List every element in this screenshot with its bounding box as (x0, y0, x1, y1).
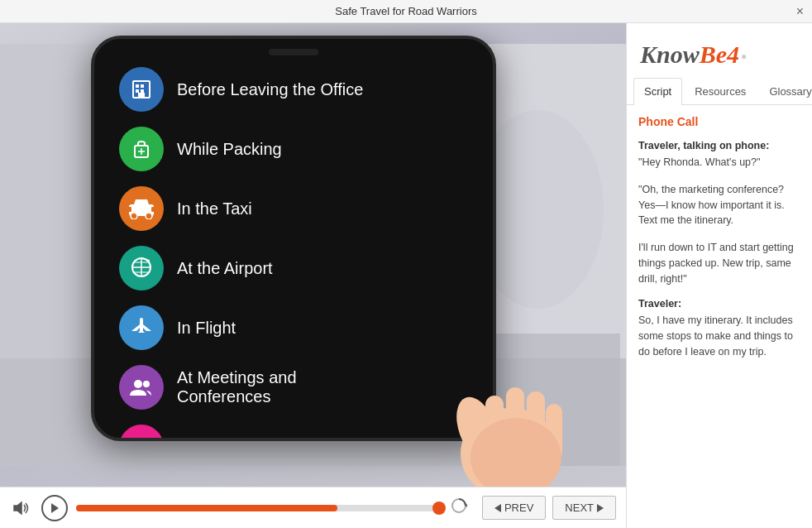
close-button[interactable]: × (796, 4, 804, 19)
spinner-icon (451, 497, 467, 518)
controls-bar: PREV NEXT (0, 487, 626, 528)
prev-button[interactable]: PREV (482, 496, 546, 520)
play-button[interactable] (41, 495, 68, 521)
video-panel: Before Leaving the Office Whil (0, 23, 626, 528)
section-label: Phone Call (638, 115, 800, 128)
right-panel: KnowBe4● Script Resources Glossary Phone… (626, 23, 812, 528)
svg-rect-8 (136, 89, 139, 93)
svg-rect-10 (138, 93, 145, 98)
progress-thumb (432, 502, 446, 515)
script-text-4: So, I have my itinerary. It includes som… (638, 313, 800, 359)
script-text-2: "Oh, the marketing conference? Yes—I kno… (638, 182, 800, 228)
menu-item-while-packing[interactable]: While Packing (111, 123, 476, 175)
menu-item-in-flight[interactable]: In Flight (111, 302, 476, 353)
script-text-3: I'll run down to IT and start getting th… (638, 240, 800, 286)
svg-point-25 (134, 380, 142, 388)
script-text-1: "Hey Rhonda. What's up?" (638, 155, 800, 170)
svg-point-26 (143, 381, 150, 387)
tab-glossary[interactable]: Glossary (758, 78, 812, 104)
menu-item-at-airport[interactable]: At the Airport (111, 242, 476, 294)
svg-marker-43 (494, 504, 501, 512)
svg-rect-18 (151, 207, 155, 212)
window-title: Safe Travel for Road Warriors (335, 5, 476, 17)
next-button[interactable]: NEXT (552, 496, 616, 520)
svg-marker-44 (597, 504, 604, 512)
svg-rect-6 (136, 84, 139, 88)
svg-rect-17 (128, 207, 131, 212)
svg-point-16 (146, 213, 152, 219)
speaker-1: Traveler, talking on phone: (638, 140, 800, 151)
menu-item-at-hotel[interactable]: At the Hotel (111, 421, 476, 441)
tabs-row: Script Resources Glossary (627, 78, 812, 105)
main-container: Before Leaving the Office Whil (0, 23, 812, 528)
svg-rect-1 (0, 44, 99, 466)
progress-bar[interactable] (76, 505, 439, 511)
title-bar: Safe Travel for Road Warriors × (0, 0, 812, 23)
menu-item-in-taxi[interactable]: In the Taxi (111, 183, 476, 234)
script-content: Phone Call Traveler, talking on phone: "… (627, 105, 812, 528)
navigation-buttons: PREV NEXT (482, 496, 616, 520)
video-area: Before Leaving the Office Whil (0, 23, 626, 487)
svg-marker-40 (51, 503, 59, 513)
menu-item-before-office[interactable]: Before Leaving the Office (111, 64, 476, 115)
svg-point-15 (131, 213, 137, 219)
knowbe4-logo: KnowBe4● (627, 23, 812, 78)
menu-item-at-meetings[interactable]: At Meetings andConferences (111, 362, 476, 413)
progress-fill (76, 505, 337, 511)
svg-rect-7 (141, 84, 144, 88)
tab-script[interactable]: Script (633, 78, 682, 105)
speaker-2: Traveler: (638, 298, 800, 310)
svg-rect-9 (141, 89, 144, 93)
tab-resources[interactable]: Resources (684, 78, 757, 104)
volume-button[interactable] (10, 497, 33, 520)
